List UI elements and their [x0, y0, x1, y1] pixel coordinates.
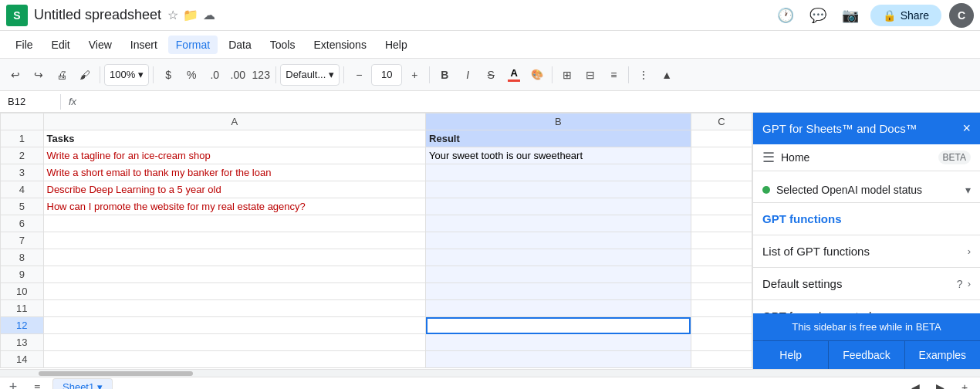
- italic-button[interactable]: I: [457, 64, 478, 86]
- redo-button[interactable]: ↪: [28, 64, 49, 86]
- row-header-4[interactable]: 4: [1, 181, 44, 198]
- row-header-12[interactable]: 12: [1, 317, 44, 334]
- cell-A2[interactable]: Write a tagline for an ice-cream shop: [43, 147, 426, 164]
- cell-reference-input[interactable]: B12: [3, 96, 57, 107]
- cell-B9[interactable]: [426, 266, 691, 283]
- row-header-11[interactable]: 11: [1, 300, 44, 317]
- cell-A6[interactable]: [43, 215, 426, 232]
- row-header-1[interactable]: 1: [1, 130, 44, 147]
- print-button[interactable]: 🖨: [51, 64, 73, 86]
- fill-color-button[interactable]: 🎨: [526, 64, 548, 86]
- row-header-7[interactable]: 7: [1, 232, 44, 249]
- cell-A12[interactable]: [43, 317, 426, 334]
- row-header-9[interactable]: 9: [1, 266, 44, 283]
- cell-B13[interactable]: [426, 334, 691, 351]
- currency-button[interactable]: $: [157, 64, 179, 86]
- cell-C6[interactable]: [691, 215, 752, 232]
- cell-C10[interactable]: [691, 283, 752, 300]
- cell-A3[interactable]: Write a short email to thank my banker f…: [43, 164, 426, 181]
- gpt-formulas-controls-header[interactable]: GPT formulas controls ›: [753, 300, 980, 313]
- cell-B8[interactable]: [426, 249, 691, 266]
- cell-A4[interactable]: Describe Deep Learning to a 5 year old: [43, 181, 426, 198]
- feedback-button[interactable]: Feedback: [829, 341, 904, 369]
- borders-button[interactable]: ⊞: [556, 64, 578, 86]
- cell-A10[interactable]: [43, 283, 426, 300]
- help-button[interactable]: Help: [753, 341, 829, 369]
- cell-C7[interactable]: [691, 232, 752, 249]
- cell-C5[interactable]: [691, 198, 752, 215]
- all-sheets-button[interactable]: ≡: [26, 377, 48, 390]
- cell-C14[interactable]: [691, 351, 752, 368]
- cell-A1[interactable]: Tasks: [43, 130, 426, 147]
- row-header-14[interactable]: 14: [1, 351, 44, 368]
- cell-B10[interactable]: [426, 283, 691, 300]
- row-header-13[interactable]: 13: [1, 334, 44, 351]
- horizontal-scrollbar[interactable]: [0, 369, 980, 377]
- row-header-2[interactable]: 2: [1, 147, 44, 164]
- menu-data[interactable]: Data: [221, 36, 259, 54]
- font-size-input[interactable]: 10: [371, 64, 402, 86]
- col-header-B[interactable]: B: [426, 113, 691, 130]
- menu-tools[interactable]: Tools: [262, 36, 303, 54]
- gpt-functions-header[interactable]: GPT functions: [753, 203, 980, 235]
- cell-A8[interactable]: [43, 249, 426, 266]
- menu-view[interactable]: View: [81, 36, 120, 54]
- cell-C1[interactable]: [691, 130, 752, 147]
- history-icon[interactable]: 🕐: [773, 3, 798, 28]
- cell-C13[interactable]: [691, 334, 752, 351]
- cell-B11[interactable]: [426, 300, 691, 317]
- more-toolbar-button[interactable]: ⋮: [633, 64, 654, 86]
- cell-C9[interactable]: [691, 266, 752, 283]
- cell-B2[interactable]: Your sweet tooth is our sweetheart: [426, 147, 691, 164]
- folder-icon[interactable]: 📁: [183, 8, 198, 22]
- spreadsheet-container[interactable]: A B C 1TasksResult2Write a tagline for a…: [0, 113, 752, 369]
- help-circle-icon[interactable]: ?: [957, 278, 963, 290]
- examples-button[interactable]: Examples: [905, 341, 980, 369]
- cell-B5[interactable]: [426, 198, 691, 215]
- bold-button[interactable]: B: [434, 64, 455, 86]
- row-header-8[interactable]: 8: [1, 249, 44, 266]
- cell-C11[interactable]: [691, 300, 752, 317]
- cell-B7[interactable]: [426, 232, 691, 249]
- comment-icon[interactable]: 💬: [806, 3, 830, 28]
- paint-format-button[interactable]: 🖌: [74, 64, 96, 86]
- text-color-button[interactable]: A: [503, 64, 525, 86]
- menu-edit[interactable]: Edit: [44, 36, 78, 54]
- cell-C3[interactable]: [691, 164, 752, 181]
- cell-B14[interactable]: [426, 351, 691, 368]
- menu-insert[interactable]: Insert: [123, 36, 165, 54]
- sidebar-close-button[interactable]: ×: [962, 120, 971, 137]
- strikethrough-button[interactable]: S: [480, 64, 502, 86]
- collapse-toolbar-button[interactable]: ▲: [656, 64, 678, 86]
- document-title[interactable]: Untitled spreadsheet: [34, 7, 161, 23]
- decrease-font-size-button[interactable]: −: [348, 64, 370, 86]
- model-status-row[interactable]: Selected OpenAI model status ▾: [753, 178, 980, 202]
- video-icon[interactable]: 📷: [838, 3, 863, 28]
- cell-A11[interactable]: [43, 300, 426, 317]
- row-header-5[interactable]: 5: [1, 198, 44, 215]
- list-gpt-functions-header[interactable]: List of GPT functions ›: [753, 235, 980, 267]
- merge-cells-button[interactable]: ⊟: [580, 64, 601, 86]
- cell-B12[interactable]: [426, 317, 691, 334]
- hamburger-menu-icon[interactable]: ☰: [762, 149, 775, 166]
- sidebar-home-label[interactable]: Home: [781, 151, 932, 164]
- share-button[interactable]: 🔒 Share: [870, 5, 941, 26]
- increase-font-size-button[interactable]: +: [404, 64, 425, 86]
- cell-B4[interactable]: [426, 181, 691, 198]
- avatar[interactable]: C: [949, 3, 974, 28]
- menu-file[interactable]: File: [8, 36, 41, 54]
- row-header-6[interactable]: 6: [1, 215, 44, 232]
- scroll-right-button[interactable]: ▶: [929, 377, 951, 390]
- add-sheet-right-button[interactable]: +: [954, 377, 975, 390]
- col-header-C[interactable]: C: [691, 113, 752, 130]
- menu-extensions[interactable]: Extensions: [306, 36, 373, 54]
- cell-C12[interactable]: [691, 317, 752, 334]
- formula-input[interactable]: [81, 96, 977, 107]
- percent-button[interactable]: %: [181, 64, 202, 86]
- row-header-10[interactable]: 10: [1, 283, 44, 300]
- cell-A7[interactable]: [43, 232, 426, 249]
- scroll-left-button[interactable]: ◀: [904, 377, 926, 390]
- cell-A14[interactable]: [43, 351, 426, 368]
- cell-A5[interactable]: How can I promote the website for my rea…: [43, 198, 426, 215]
- increase-decimal-button[interactable]: .00: [227, 64, 248, 86]
